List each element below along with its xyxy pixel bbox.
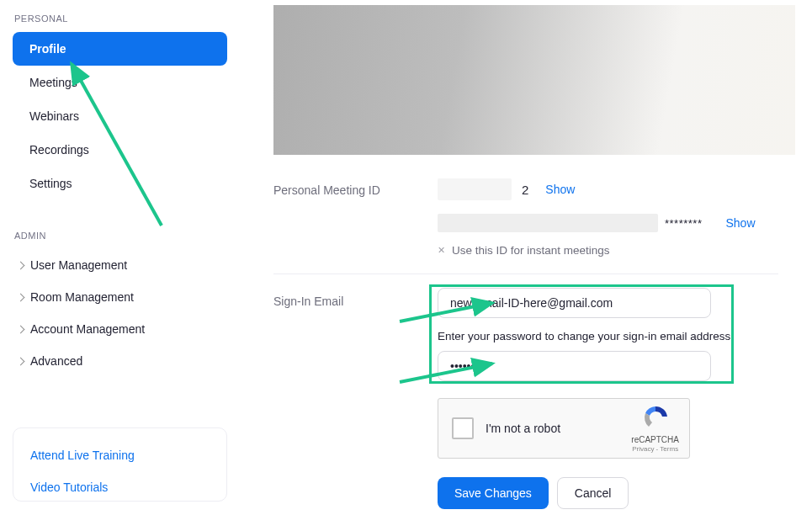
recaptcha-brand: reCAPTCHA: [631, 435, 679, 445]
profile-banner: [273, 5, 795, 155]
sidebar-section-admin: ADMIN: [13, 226, 227, 249]
chevron-right-icon: [17, 261, 25, 269]
sidebar-item-label: Meetings: [29, 76, 77, 89]
resources-box: Attend Live Training Video Tutorials: [13, 427, 227, 502]
recaptcha-checkbox[interactable]: [452, 417, 474, 439]
close-icon: ✕: [438, 245, 445, 256]
sidebar-item-label: Recordings: [29, 143, 89, 157]
sidebar-section-personal: PERSONAL: [13, 8, 227, 32]
recaptcha-badge: reCAPTCHA Privacy - Terms: [631, 405, 679, 453]
signin-email-label: Sign-In Email: [273, 288, 438, 509]
sidebar-item-label: Webinars: [29, 109, 79, 123]
pmi-url-stars: ********: [665, 217, 702, 230]
pmi-url-masked: [438, 214, 658, 232]
resource-link-training[interactable]: Attend Live Training: [30, 443, 211, 475]
sidebar-item-label: Account Management: [30, 322, 145, 336]
chevron-right-icon: [17, 293, 25, 301]
sidebar-item-recordings[interactable]: Recordings: [13, 133, 227, 167]
recaptcha-terms[interactable]: Privacy - Terms: [631, 445, 679, 453]
sidebar-item-user-management[interactable]: User Management: [13, 249, 227, 281]
pmi-suffix: 2: [522, 183, 528, 197]
signin-email-row: Sign-In Email Enter your password to cha…: [273, 274, 795, 509]
sidebar-item-label: User Management: [30, 258, 127, 272]
pmi-url-show-link[interactable]: Show: [725, 216, 755, 230]
main-content: Personal Meeting ID 2 Show ******** Show…: [240, 0, 812, 515]
cancel-button[interactable]: Cancel: [557, 477, 629, 509]
sidebar-item-account-management[interactable]: Account Management: [13, 313, 227, 345]
sidebar-item-profile[interactable]: Profile: [13, 32, 227, 66]
pmi-masked-value: [438, 178, 512, 200]
sidebar-item-label: Room Management: [30, 290, 134, 304]
recaptcha-icon: [642, 405, 669, 432]
signin-password-input[interactable]: [438, 351, 711, 381]
recaptcha-box: I'm not a robot reCAPTCHA Privacy - Term…: [438, 398, 690, 459]
sidebar-item-settings[interactable]: Settings: [13, 167, 227, 200]
chevron-right-icon: [17, 357, 25, 365]
sidebar-item-label: Settings: [29, 177, 72, 190]
sidebar-item-room-management[interactable]: Room Management: [13, 281, 227, 313]
save-button[interactable]: Save Changes: [438, 477, 549, 509]
pmi-label: Personal Meeting ID: [273, 172, 438, 257]
resource-link-tutorials[interactable]: Video Tutorials: [30, 475, 211, 494]
sidebar-item-meetings[interactable]: Meetings: [13, 66, 227, 99]
signin-password-helper: Enter your password to change your sign-…: [438, 330, 795, 342]
signin-email-input[interactable]: [438, 288, 711, 318]
pmi-show-link[interactable]: Show: [545, 183, 575, 196]
sidebar-item-webinars[interactable]: Webinars: [13, 99, 227, 133]
recaptcha-text: I'm not a robot: [486, 422, 560, 435]
pmi-use-id-text: Use this ID for instant meetings: [452, 244, 610, 257]
chevron-right-icon: [17, 325, 25, 333]
pmi-row: Personal Meeting ID 2 Show ******** Show…: [273, 155, 795, 257]
sidebar-item-label: Advanced: [30, 354, 82, 368]
sidebar: PERSONAL Profile Meetings Webinars Recor…: [0, 0, 240, 515]
sidebar-item-label: Profile: [29, 42, 66, 56]
sidebar-item-advanced[interactable]: Advanced: [13, 345, 227, 377]
